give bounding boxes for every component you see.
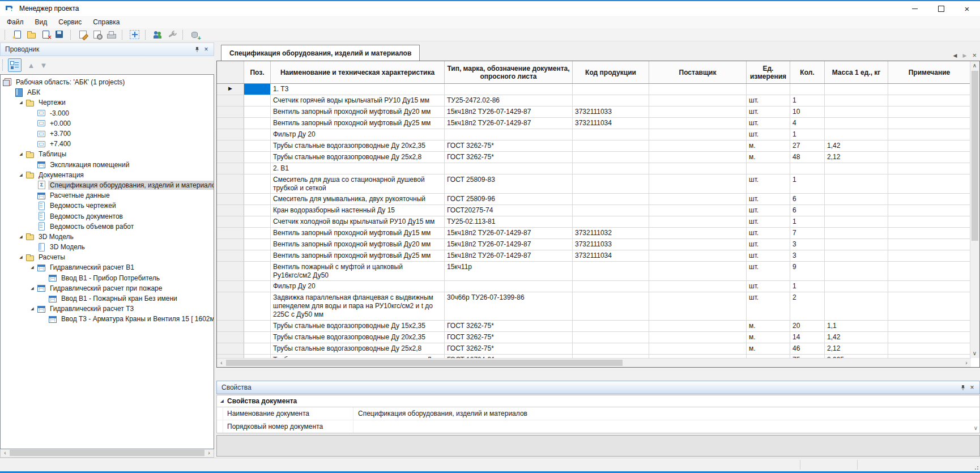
cell-code[interactable] <box>573 216 649 228</box>
cell-qty[interactable] <box>790 163 825 174</box>
column-header[interactable]: Примечание <box>888 61 971 83</box>
cell-type[interactable]: ГОСТ 3262-75* <box>445 343 573 355</box>
row-selector[interactable] <box>217 250 244 262</box>
cell-mass[interactable]: 2,12 <box>825 343 888 355</box>
print-button[interactable] <box>104 29 118 41</box>
cell-name[interactable]: Вентиль запорный проходной муфтовый Ду20… <box>271 106 445 118</box>
property-row[interactable]: Наименование документаСпецификация обору… <box>217 407 979 420</box>
cell-qty[interactable]: 1 <box>790 129 825 140</box>
expand-arrow-icon[interactable]: ◢ <box>16 235 25 239</box>
cell-code[interactable] <box>573 95 649 106</box>
expand-arrow-icon[interactable]: ◢ <box>28 286 37 291</box>
cell-mass[interactable] <box>825 194 888 205</box>
tree-item[interactable]: ◢Гидравлический расчет В1 <box>1 262 214 272</box>
cell-note[interactable] <box>888 174 971 194</box>
cell-supplier[interactable] <box>649 343 747 355</box>
cell-type[interactable] <box>445 84 573 95</box>
cell-qty[interactable]: 20 <box>790 321 825 332</box>
expand-arrow-icon[interactable]: ◢ <box>28 306 37 311</box>
tree-item[interactable]: 3D Модель <box>1 242 214 252</box>
cell-qty[interactable]: 1 <box>790 281 825 292</box>
cell-name[interactable]: Кран водоразборный настенный Ду 15 <box>271 205 445 216</box>
cell-unit[interactable] <box>747 84 790 95</box>
cad-object-button[interactable] <box>127 29 142 41</box>
resize-grip[interactable] <box>973 464 978 470</box>
tree-item[interactable]: +3.700 <box>1 129 214 139</box>
cell-code[interactable] <box>573 262 649 281</box>
cell-name[interactable]: Счетчик холодной воды крыльчатый РУ10 Ду… <box>271 216 445 228</box>
cell-type[interactable]: 30ч66р ТУ26-07-1399-86 <box>445 292 573 321</box>
cell-poz[interactable] <box>244 84 271 95</box>
column-header[interactable]: Тип, марка, обозначение документа, опрос… <box>445 61 573 83</box>
tree-item[interactable]: Ведомость документов <box>1 211 214 221</box>
database-add-button[interactable] <box>188 29 202 41</box>
cell-type[interactable]: ГОСТ 3262-75* <box>445 332 573 343</box>
row-selector[interactable]: ▶ <box>217 84 244 95</box>
cell-type[interactable]: ГОСТ 3262-75* <box>445 152 573 163</box>
cell-mass[interactable] <box>825 205 888 216</box>
scroll-down-icon[interactable]: ∨ <box>974 425 978 431</box>
document-settings-button[interactable] <box>90 29 104 41</box>
users-button[interactable] <box>151 29 165 41</box>
row-selector[interactable] <box>217 106 244 118</box>
cell-supplier[interactable] <box>649 250 747 262</box>
cell-supplier[interactable] <box>649 106 747 118</box>
row-selector[interactable] <box>217 216 244 228</box>
cell-poz[interactable] <box>244 239 271 250</box>
tree-item[interactable]: -3.000 <box>1 108 214 118</box>
cell-code[interactable] <box>573 321 649 332</box>
cell-mass[interactable] <box>825 118 888 129</box>
menu-item-0[interactable]: Файл <box>1 16 29 28</box>
move-up-button[interactable]: ▲ <box>25 59 37 71</box>
tree-item[interactable]: ◢3D Модель <box>1 232 214 242</box>
explorer-close-button[interactable]: × <box>202 45 211 54</box>
cell-supplier[interactable] <box>649 332 747 343</box>
cell-unit[interactable]: м. <box>747 332 790 343</box>
cell-unit[interactable]: м. <box>747 140 790 152</box>
cell-type[interactable]: 15кч18п2 ТУ26-07-1429-87 <box>445 250 573 262</box>
cell-code[interactable]: 3732111034 <box>573 250 649 262</box>
cell-supplier[interactable] <box>649 239 747 250</box>
cell-unit[interactable]: шт. <box>747 129 790 140</box>
project-properties-button[interactable] <box>76 29 90 41</box>
cell-mass[interactable] <box>825 163 888 174</box>
cell-mass[interactable]: 1,42 <box>825 140 888 152</box>
cell-note[interactable] <box>888 152 971 163</box>
cell-name[interactable]: Фильтр Ду 20 <box>271 129 445 140</box>
cell-poz[interactable] <box>244 194 271 205</box>
cell-note[interactable] <box>888 239 971 250</box>
expand-arrow-icon[interactable]: ◢ <box>28 265 37 270</box>
tree-item[interactable]: Расчетные данные <box>1 190 214 201</box>
cell-code[interactable] <box>573 194 649 205</box>
row-selector[interactable] <box>217 205 244 216</box>
cell-name[interactable]: Смеситель для душа со стационарной душев… <box>271 174 445 194</box>
cell-qty[interactable]: 3 <box>790 239 825 250</box>
scroll-up-icon[interactable]: ∧ <box>970 62 979 69</box>
cell-note[interactable] <box>888 262 971 281</box>
cell-unit[interactable]: шт. <box>747 174 790 194</box>
property-value[interactable] <box>353 420 979 433</box>
column-header[interactable]: Ед. измерения <box>747 61 790 83</box>
cell-poz[interactable] <box>244 95 271 106</box>
cell-poz[interactable] <box>244 140 271 152</box>
cell-name[interactable]: Вентиль пожарный с муфтой и цапковый Ру1… <box>271 262 445 281</box>
cell-unit[interactable]: м. <box>747 321 790 332</box>
row-selector[interactable] <box>217 228 244 239</box>
close-button[interactable]: × <box>954 1 980 16</box>
cell-unit[interactable]: шт. <box>747 239 790 250</box>
cell-poz[interactable] <box>244 129 271 140</box>
cell-note[interactable] <box>888 140 971 152</box>
column-header[interactable]: Код продукции <box>573 61 649 83</box>
cell-note[interactable] <box>888 292 971 321</box>
cell-poz[interactable] <box>244 332 271 343</box>
cell-note[interactable] <box>888 250 971 262</box>
cell-qty[interactable]: 46 <box>790 343 825 355</box>
tree-item[interactable]: Экспликация помещений <box>1 160 214 170</box>
cell-type[interactable]: ГОСТ 3262-75* <box>445 140 573 152</box>
tree-item[interactable]: Ввод Т3 - Арматура Краны и Вентиля 15 [ … <box>1 314 214 324</box>
row-selector[interactable] <box>217 129 244 140</box>
tools-button[interactable] <box>165 29 179 41</box>
cell-name[interactable]: Вентиль запорный проходной муфтовый Ду25… <box>271 118 445 129</box>
cell-type[interactable]: 15кч18п2 ТУ26-07-1429-87 <box>445 118 573 129</box>
cell-supplier[interactable] <box>649 140 747 152</box>
